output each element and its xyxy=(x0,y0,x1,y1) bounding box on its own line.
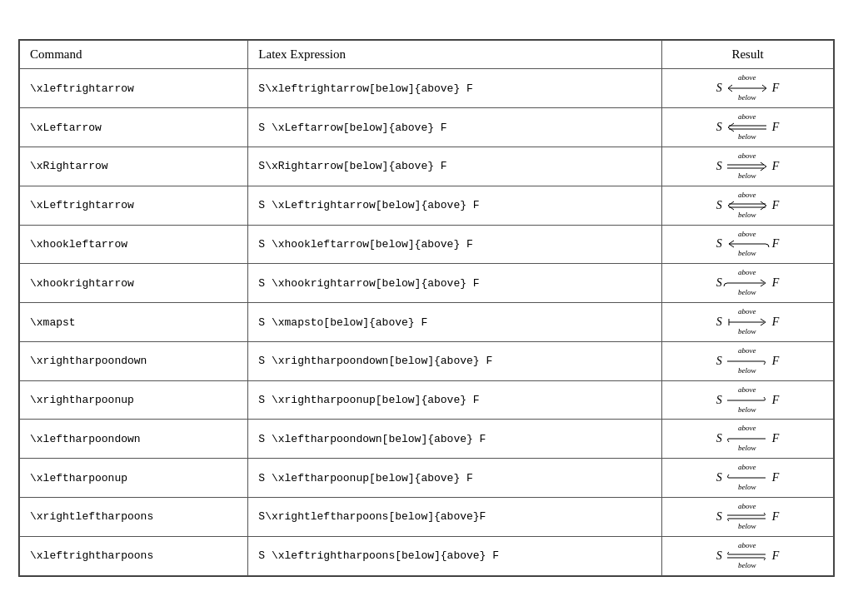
result-cell: S above below F xyxy=(662,108,834,147)
table-row: \xLeftrightarrowS \xLeftrightarrow[below… xyxy=(20,186,834,225)
result-s: S xyxy=(716,160,722,173)
latex-cell: S \xleftharpoonup[below]{above} F xyxy=(248,459,662,498)
latex-cell: S \xrightharpoonup[below]{above} F xyxy=(248,380,662,420)
result-f: F xyxy=(772,432,780,445)
arrow-block: above below xyxy=(726,269,769,297)
below-text: below xyxy=(738,367,756,375)
arrow-line xyxy=(726,511,769,523)
below-text: below xyxy=(738,133,756,142)
latex-cell: S\xrightleftharpoons[below]{above}F xyxy=(248,498,662,537)
arrow-block: above below xyxy=(726,386,769,415)
latex-cell: S \xLeftrightarrow[below]{above} F xyxy=(248,186,662,225)
below-text: below xyxy=(738,250,756,258)
command-cell: \xLeftarrow xyxy=(20,108,248,147)
command-cell: \xLeftrightarrow xyxy=(20,186,248,225)
result-cell: S above below F xyxy=(662,264,834,303)
above-text: above xyxy=(738,503,756,511)
result-f: F xyxy=(772,199,780,212)
result-cell: S above below F xyxy=(662,303,834,342)
above-text: above xyxy=(738,113,756,122)
command-cell: \xleftharpoonup xyxy=(20,459,248,498)
result-f: F xyxy=(772,82,780,95)
arrow-block: above below xyxy=(726,425,769,453)
table-row: \xRightarrowS\xRightarrow[below]{above} … xyxy=(20,147,834,186)
result-s: S xyxy=(716,82,722,95)
above-text: above xyxy=(738,542,756,550)
result-f: F xyxy=(772,355,780,368)
below-text: below xyxy=(738,94,756,102)
latex-cell: S \xLeftarrow[below]{above} F xyxy=(248,108,662,147)
table-row: \xhookrightarrowS \xhookrightarrow[below… xyxy=(20,264,834,303)
command-cell: \xleftharpoondown xyxy=(20,420,248,459)
arrow-block: above below xyxy=(726,464,769,492)
table-row: \xrightharpoonupS \xrightharpoonup[below… xyxy=(20,380,834,420)
arrow-line xyxy=(726,395,769,406)
result-s: S xyxy=(716,432,722,445)
latex-cell: S\xRightarrow[below]{above} F xyxy=(248,147,662,186)
command-cell: \xRightarrow xyxy=(20,147,248,186)
result-s: S xyxy=(716,510,722,524)
below-text: below xyxy=(738,289,756,297)
table-row: \xleftharpoondownS \xleftharpoondown[bel… xyxy=(20,420,834,459)
command-cell: \xrightleftharpoons xyxy=(20,498,248,537)
result-f: F xyxy=(772,237,780,251)
main-table-container: Command Latex Expression Result \xleftri… xyxy=(18,39,835,576)
header-command: Command xyxy=(20,41,248,69)
arrow-block: above below xyxy=(726,347,769,375)
arrow-block: above below xyxy=(726,542,769,570)
arrow-line xyxy=(726,122,769,133)
result-s: S xyxy=(716,121,722,134)
table-row: \xrightleftharpoonsS\xrightleftharpoons[… xyxy=(20,498,834,537)
latex-cell: S \xmapsto[below]{above} F xyxy=(248,303,662,342)
above-text: above xyxy=(738,308,756,316)
above-text: above xyxy=(738,464,756,472)
table-row: \xLeftarrowS \xLeftarrow[below]{above} F… xyxy=(20,108,834,147)
result-s: S xyxy=(716,549,722,563)
command-cell: \xleftrightharpoons xyxy=(20,536,248,575)
arrow-line xyxy=(726,277,769,289)
result-s: S xyxy=(716,199,722,212)
result-cell: S above below F xyxy=(662,186,834,225)
table-row: \xleftrightarrowS\xleftrightarrow[below]… xyxy=(20,69,834,108)
above-text: above xyxy=(738,191,756,200)
above-text: above xyxy=(738,74,756,82)
arrow-block: above below xyxy=(726,74,769,102)
command-cell: \xrightharpoonup xyxy=(20,380,248,420)
result-f: F xyxy=(772,471,780,484)
below-text: below xyxy=(738,406,756,415)
result-s: S xyxy=(716,315,722,329)
below-text: below xyxy=(738,445,756,453)
result-cell: S above below F xyxy=(662,498,834,537)
above-text: above xyxy=(738,269,756,277)
arrow-line xyxy=(726,82,769,94)
below-text: below xyxy=(738,523,756,531)
header-result: Result xyxy=(662,41,834,69)
command-cell: \xrightharpoondown xyxy=(20,341,248,380)
result-f: F xyxy=(772,160,780,173)
result-f: F xyxy=(772,394,780,407)
result-cell: S above below F xyxy=(662,420,834,459)
result-f: F xyxy=(772,549,780,563)
above-text: above xyxy=(738,425,756,433)
arrow-block: above below xyxy=(726,152,769,181)
latex-cell: S \xrightharpoondown[below]{above} F xyxy=(248,341,662,380)
arrow-line xyxy=(726,161,769,172)
command-cell: \xleftrightarrow xyxy=(20,69,248,108)
result-cell: S above below F xyxy=(662,536,834,575)
below-text: below xyxy=(738,562,756,570)
header-latex: Latex Expression xyxy=(248,41,662,69)
below-text: below xyxy=(738,484,756,492)
above-text: above xyxy=(738,231,756,239)
above-text: above xyxy=(738,347,756,355)
latex-cell: S \xhookrightarrow[below]{above} F xyxy=(248,264,662,303)
arrow-line xyxy=(726,472,769,484)
arrow-line xyxy=(726,238,769,250)
arrow-line xyxy=(726,355,769,367)
below-text: below xyxy=(738,328,756,336)
table-row: \xmapstS \xmapsto[below]{above} F S abov… xyxy=(20,303,834,342)
arrow-block: above below xyxy=(726,191,769,220)
latex-cell: S \xleftharpoondown[below]{above} F xyxy=(248,420,662,459)
command-cell: \xhookrightarrow xyxy=(20,264,248,303)
result-s: S xyxy=(716,394,722,407)
table-row: \xleftrightharpoonsS \xleftrightharpoons… xyxy=(20,536,834,575)
